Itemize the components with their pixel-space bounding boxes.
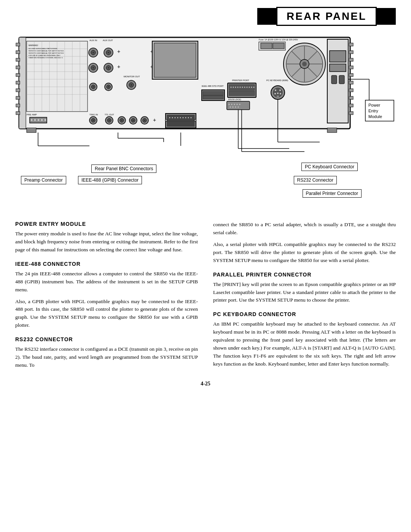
svg-point-117	[229, 104, 230, 105]
svg-rect-18	[349, 89, 353, 92]
svg-point-159	[177, 117, 178, 118]
svg-text:REFER TO USER MANUAL FOR SAFET: REFER TO USER MANUAL FOR SAFETY NOTICE	[29, 50, 64, 52]
section-body-pc-keyboard-1: An IBM PC compatible keyboard may be att…	[213, 320, 396, 368]
svg-point-109	[280, 93, 281, 94]
svg-point-100	[251, 87, 252, 88]
svg-text:STANFORD RESEARCH SYSTEMS, MOD: STANFORD RESEARCH SYSTEMS, MOD 810 / 5	[29, 57, 63, 59]
svg-rect-169	[339, 75, 344, 84]
svg-rect-113	[203, 91, 223, 95]
pc-keyboard-label: PC Keyboard Connector	[301, 163, 358, 171]
ieee488-label: IEEE-488 (GPIB) Connector	[78, 176, 142, 184]
svg-point-156	[169, 117, 170, 118]
svg-point-120	[237, 104, 238, 105]
page-number: 4-25	[0, 381, 411, 395]
section-title-power-entry: Power Entry Module	[15, 221, 198, 227]
section-body-ieee488-1: The 24 pin IEEE-488 connector allows a c…	[15, 270, 198, 294]
svg-point-157	[172, 117, 173, 118]
svg-rect-90	[229, 91, 255, 96]
svg-point-92	[233, 87, 234, 88]
bnc-connectors-label: Rear Panel BNC Connectors	[91, 165, 156, 173]
parallel-printer-label: Parallel Printer Connector	[303, 189, 362, 198]
svg-point-105	[275, 89, 276, 91]
svg-rect-7	[16, 81, 20, 84]
svg-point-93	[235, 87, 236, 88]
svg-point-155	[194, 119, 196, 121]
svg-point-62	[131, 84, 132, 86]
svg-rect-14	[349, 58, 353, 61]
section-ieee488: IEEE-488 Connector The 24 pin IEEE-488 c…	[15, 261, 198, 329]
section-body-rs232-cont-1: connect the SR850 to a PC serial adapter…	[213, 221, 396, 237]
svg-point-162	[185, 117, 186, 118]
section-body-rs232-1: The RS232 interface connector is configu…	[15, 345, 198, 369]
svg-point-130	[38, 119, 40, 121]
preamp-connector-label: Preamp Connector	[21, 176, 66, 184]
section-body-ieee488-2: Also, a GPIB plotter with HPGL compatibl…	[15, 298, 198, 330]
svg-rect-170	[27, 128, 36, 133]
header-bar-right	[377, 8, 396, 25]
svg-point-123	[233, 107, 234, 108]
svg-point-95	[240, 87, 241, 88]
svg-point-96	[242, 87, 243, 88]
svg-rect-74	[154, 43, 196, 77]
svg-rect-12	[349, 43, 353, 46]
page-header: REAR PANEL	[0, 0, 411, 30]
svg-rect-15	[349, 66, 353, 69]
svg-point-82	[302, 62, 307, 66]
svg-point-99	[249, 87, 250, 88]
svg-point-107	[277, 93, 279, 94]
svg-point-132	[45, 119, 46, 121]
svg-rect-110	[277, 96, 279, 97]
svg-point-50	[108, 52, 109, 53]
main-content: Power Entry Module The power entry modul…	[15, 214, 396, 373]
section-body-parallel-printer-1: The [PRINT] key will print the screen to…	[213, 281, 396, 305]
svg-text:Fuse: 1A @100-120V & 1/2A @ 22: Fuse: 1A @100-120V & 1/2A @ 220-245V	[259, 38, 298, 41]
svg-rect-17	[349, 81, 353, 84]
svg-text:TRIG IN: TRIG IN	[89, 113, 98, 116]
svg-point-154	[165, 119, 167, 121]
section-power-entry: Power Entry Module The power entry modul…	[15, 221, 198, 254]
svg-point-124	[235, 107, 236, 108]
svg-rect-19	[349, 96, 353, 99]
section-title-rs232: RS232 Connector	[15, 336, 198, 342]
svg-text:RS232 (DCE): RS232 (DCE)	[228, 98, 241, 101]
svg-point-146	[132, 120, 134, 121]
section-title-parallel-printer: Parallel Printer Connector	[213, 272, 396, 278]
svg-point-56	[108, 67, 109, 69]
svg-text:+: +	[117, 64, 120, 70]
svg-point-119	[234, 104, 235, 105]
svg-rect-114	[203, 96, 223, 99]
svg-rect-20	[349, 104, 353, 107]
svg-point-65	[92, 86, 94, 88]
header-bar-left	[257, 8, 276, 25]
section-title-pc-keyboard: PC Keyboard Connector	[213, 311, 396, 317]
svg-rect-171	[327, 128, 337, 133]
svg-rect-153	[167, 121, 194, 126]
svg-point-136	[92, 120, 94, 121]
rs232-label: RS232 Connector	[294, 176, 337, 184]
svg-text:+: +	[117, 48, 120, 54]
left-column: Power Entry Module The power entry modul…	[15, 214, 198, 373]
svg-point-106	[279, 89, 281, 91]
svg-point-47	[92, 52, 94, 53]
svg-rect-6	[16, 73, 20, 77]
svg-text:Power: Power	[368, 103, 381, 107]
svg-point-129	[34, 119, 36, 121]
svg-text:PRINTER PORT: PRINTER PORT	[232, 79, 249, 81]
section-pc-keyboard: PC Keyboard Connector An IBM PC compatib…	[213, 311, 396, 368]
svg-rect-116	[227, 101, 250, 110]
svg-text:NO USER SERVICEABLE PARTS INSI: NO USER SERVICEABLE PARTS INSIDE	[29, 48, 57, 50]
svg-rect-168	[331, 75, 337, 84]
svg-rect-4	[16, 58, 20, 61]
svg-rect-8	[16, 89, 20, 92]
title-block: REAR PANEL	[257, 7, 396, 26]
svg-rect-86	[273, 43, 284, 49]
svg-point-118	[231, 104, 233, 105]
svg-text:+: +	[153, 117, 156, 123]
svg-rect-5	[16, 66, 20, 69]
diagram-svg: WARNING! NO USER SERVICEABLE PARTS INSID…	[15, 30, 396, 159]
svg-point-143	[121, 120, 123, 121]
page-title: REAR PANEL	[276, 7, 377, 26]
svg-rect-3	[16, 51, 20, 54]
right-column: connect the SR850 to a PC serial adapter…	[213, 214, 396, 373]
svg-text:Module: Module	[368, 114, 382, 119]
